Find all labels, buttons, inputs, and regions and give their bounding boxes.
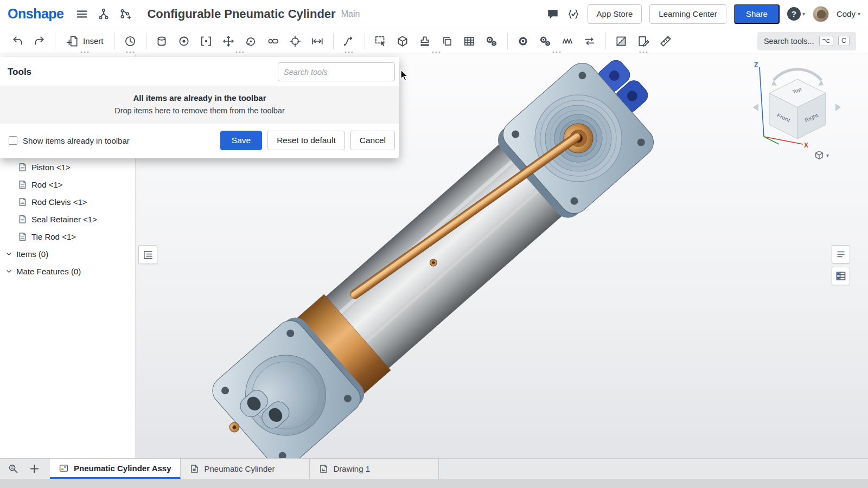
tree-item-seal-retainer[interactable]: Seal Retainer <1>: [0, 210, 135, 228]
rotate-tool-button[interactable]: [240, 31, 262, 52]
add-tab-icon[interactable]: [29, 463, 40, 474]
named-positions-button[interactable]: [119, 31, 142, 52]
select-tool-button[interactable]: [369, 31, 392, 52]
chevron-down-icon: ▾: [858, 11, 860, 17]
versions-history-icon[interactable]: [97, 8, 110, 21]
undo-button[interactable]: [6, 31, 28, 52]
workspace-name[interactable]: Main: [341, 9, 360, 19]
group-parts-button[interactable]: [392, 31, 414, 52]
part-icon: [18, 180, 27, 189]
tree-section-items[interactable]: Items (0): [0, 245, 135, 262]
user-avatar[interactable]: [813, 6, 829, 22]
shortcut-key-c: C: [838, 36, 850, 46]
view-cube-faces[interactable]: Top Front Right: [769, 79, 826, 139]
rack-pinion-relation-button[interactable]: [534, 31, 557, 52]
reset-to-default-button[interactable]: Reset to default: [267, 131, 345, 150]
part-icon: [18, 215, 27, 224]
rotate-right-icon[interactable]: [835, 104, 841, 111]
feature-list-toggle[interactable]: [832, 245, 850, 264]
rotate-arc-icon[interactable]: [774, 69, 821, 80]
tree-item-tie-rod[interactable]: Tie Rod <1>: [0, 228, 135, 245]
fastened-mate-button[interactable]: [195, 31, 218, 52]
chevron-down-icon: [5, 251, 12, 258]
help-menu[interactable]: ? ▾: [787, 7, 805, 21]
toolbar-dropzone[interactable]: All items are already in the toolbar Dro…: [0, 86, 399, 124]
view-cube-home-icon: [814, 150, 825, 160]
share-button[interactable]: Share: [734, 4, 780, 24]
assembly-feature-button[interactable]: [633, 31, 655, 52]
group-drag-dots: [126, 52, 135, 53]
list-lines-icon: [835, 248, 847, 260]
featurescript-check-icon[interactable]: [567, 8, 580, 21]
slider-mate-button[interactable]: [307, 31, 329, 52]
tools-search-input[interactable]: [278, 62, 395, 81]
tab-pneumatic-cylinder-assy[interactable]: Pneumatic Cylinder Assy: [50, 459, 181, 479]
insert-button[interactable]: Insert: [60, 31, 110, 52]
rotate-left-icon[interactable]: [753, 104, 758, 111]
drawing-tab-icon: [318, 464, 329, 474]
bom-table-icon: [835, 270, 847, 282]
group-drag-dots: [432, 52, 440, 53]
group-drag-dots: [640, 52, 648, 53]
dialog-title: Tools: [8, 67, 31, 78]
tree-flyout-toggle[interactable]: [138, 245, 157, 264]
app-store-button[interactable]: App Store: [588, 4, 642, 24]
z-axis-label: Z: [754, 61, 758, 69]
chevron-down-icon: ▾: [802, 11, 805, 17]
document-tab-bar: Pneumatic Cylinder Assy Pneumatic Cylind…: [0, 458, 868, 488]
screw-relation-button[interactable]: [557, 31, 579, 52]
user-menu[interactable]: Cody ▾: [837, 9, 860, 18]
customize-toolbar-dialog: Tools All items are already in the toolb…: [0, 57, 399, 158]
tab-pneumatic-cylinder[interactable]: Pneumatic Cylinder: [181, 459, 310, 479]
group-drag-dots: [552, 52, 560, 53]
assembly-tab-icon: [59, 463, 69, 473]
chevron-down-icon: ▾: [826, 152, 829, 158]
cancel-button[interactable]: Cancel: [350, 131, 395, 150]
toolbar-search[interactable]: Search tools... ⌥ C: [757, 32, 856, 50]
measure-button[interactable]: [655, 31, 677, 52]
tree-item-rod[interactable]: Rod <1>: [0, 176, 135, 193]
tree-section-mate-features[interactable]: Mate Features (0): [0, 262, 135, 280]
translate-tool-button[interactable]: [218, 31, 240, 52]
part-icon: [18, 163, 27, 172]
cylindrical-mate-button[interactable]: [151, 31, 173, 52]
z-axis: [760, 67, 764, 137]
document-menu-icon[interactable]: [75, 8, 88, 21]
tab-drawing-1[interactable]: Drawing 1: [310, 459, 439, 479]
snapshot-button[interactable]: [414, 31, 436, 52]
view-cube[interactable]: Z X Top Front Right ▾: [748, 59, 845, 162]
pin-slot-mate-button[interactable]: [262, 31, 284, 52]
assembly-toolbar: Insert: [0, 28, 868, 54]
save-button[interactable]: Save: [220, 131, 262, 150]
redo-button[interactable]: [28, 31, 50, 52]
show-items-checkbox[interactable]: [9, 136, 17, 145]
group-drag-dots: [235, 52, 244, 53]
relations-button[interactable]: [481, 31, 503, 52]
replicate-button[interactable]: [436, 31, 458, 52]
group-drag-dots: [345, 52, 353, 53]
chevron-down-icon: [5, 268, 12, 275]
help-icon: ?: [787, 7, 801, 21]
belt-relation-button[interactable]: [579, 31, 601, 52]
tree-item-rod-clevis[interactable]: Rod Clevis <1>: [0, 193, 135, 210]
bom-table-button[interactable]: [458, 31, 481, 52]
tree-item-piston[interactable]: Piston <1>: [0, 158, 135, 176]
ball-mate-button[interactable]: [173, 31, 195, 52]
bom-panel-toggle[interactable]: [832, 267, 850, 285]
shortcut-key-alt: ⌥: [819, 36, 833, 46]
section-view-button[interactable]: [610, 31, 633, 52]
onshape-logo[interactable]: Onshape: [8, 6, 63, 22]
insert-icon: [66, 35, 79, 48]
structure-list-icon: [142, 249, 154, 261]
part-studio-tab-icon: [189, 464, 200, 474]
comments-icon[interactable]: [546, 8, 559, 21]
search-tabs-icon[interactable]: [8, 463, 19, 474]
mate-connector-button[interactable]: [284, 31, 307, 52]
tangent-mate-button[interactable]: [338, 31, 360, 52]
gear-relation-button[interactable]: [512, 31, 534, 52]
learning-center-button[interactable]: Learning Center: [649, 4, 726, 24]
group-drag-dots: [81, 52, 89, 53]
x-axis-label: X: [804, 142, 808, 149]
view-menu[interactable]: ▾: [814, 150, 829, 160]
create-version-icon[interactable]: [119, 8, 132, 21]
